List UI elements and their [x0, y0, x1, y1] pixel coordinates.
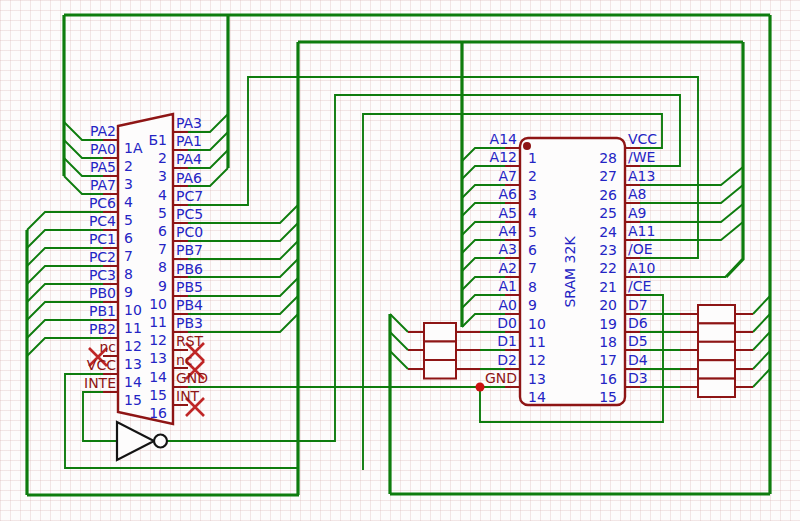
pin-number: 20	[599, 297, 617, 313]
pin-number: 3	[124, 176, 133, 192]
pin-number: 7	[124, 248, 133, 264]
pin-label: D4	[628, 352, 648, 368]
pin-label: RST	[176, 333, 204, 349]
resistor-d3[interactable]	[698, 379, 735, 397]
resistor-network-right[interactable]	[680, 305, 753, 397]
pin-label: PC7	[176, 188, 203, 204]
pin-number: 25	[599, 205, 617, 221]
pin-label: INT	[176, 388, 200, 404]
net-pb4[interactable]	[188, 296, 298, 314]
pin-label: D3	[628, 370, 648, 386]
net-pc0[interactable]	[188, 223, 298, 241]
pin-label: nc	[99, 339, 116, 355]
pin-label: PA4	[176, 151, 202, 167]
pin-number: Б1	[148, 132, 167, 148]
pin-label: A8	[628, 186, 646, 202]
pin-label: A5	[499, 205, 517, 221]
pin-label: PA6	[176, 170, 202, 186]
pin-label: PB5	[176, 279, 203, 295]
bus-a-right[interactable]	[726, 42, 743, 277]
pin-label: A14	[490, 131, 517, 147]
pin-number: 24	[599, 224, 617, 240]
pin-number: 26	[599, 187, 617, 203]
resistor-d7[interactable]	[698, 305, 735, 323]
net-pb3[interactable]	[188, 314, 298, 332]
pin-number: 10	[149, 296, 167, 312]
resistor-d4[interactable]	[698, 360, 735, 378]
pin-number: 10	[528, 316, 546, 332]
pin-number: 14	[149, 369, 167, 385]
sram-pin1-dot	[523, 142, 531, 150]
pin-label: PC4	[89, 213, 116, 229]
pin-number: 16	[149, 405, 167, 421]
net-pb2[interactable]	[27, 338, 103, 356]
pin-number: 9	[124, 284, 133, 300]
pin-number: 11	[528, 334, 546, 350]
resistor-d0[interactable]	[424, 323, 456, 342]
pin-label: D1	[497, 333, 517, 349]
resistor-d6[interactable]	[698, 323, 735, 341]
net-pb7[interactable]	[188, 241, 298, 259]
pin-number: 12	[528, 352, 546, 368]
pin-number: 4	[528, 205, 537, 221]
pin-number: 6	[124, 230, 133, 246]
pin-label: PA0	[90, 141, 116, 157]
pin-label: PB3	[176, 315, 203, 331]
pin-number: 4	[124, 194, 133, 210]
pin-number: 16	[599, 371, 617, 387]
pin-label: A0	[499, 297, 517, 313]
pin-label: /WE	[628, 149, 655, 165]
pin-number: 11	[149, 314, 167, 330]
pin-number: 21	[599, 279, 617, 295]
junction-dot-gnd	[476, 383, 485, 392]
pin-number: 15	[149, 387, 167, 403]
net-pb5[interactable]	[188, 278, 298, 296]
pin-number: 18	[599, 334, 617, 350]
pin-label: PC1	[89, 231, 116, 247]
pin-label: /CE	[628, 278, 651, 294]
pin-number: 14	[124, 374, 142, 390]
schematic-canvas: SRAM 32K PA21APA02PA53PA74PC65PC46PC17PC…	[0, 0, 800, 521]
pin-number: 28	[599, 150, 617, 166]
pin-label: PB0	[89, 285, 116, 301]
pin-label: nc	[176, 352, 193, 368]
pin-number: 1	[528, 150, 537, 166]
pin-label: PC2	[89, 249, 116, 265]
pin-label: D6	[628, 315, 648, 331]
resistor-d5[interactable]	[698, 342, 735, 360]
resistor-d1[interactable]	[424, 342, 456, 361]
net-pb6[interactable]	[188, 259, 298, 277]
pin-label: INTE	[84, 375, 116, 391]
pin-number: 13	[124, 356, 142, 372]
pin-label: PB2	[89, 321, 116, 337]
pin-number: 23	[599, 242, 617, 258]
pin-number: 8	[528, 279, 537, 295]
pin-label: A9	[628, 205, 646, 221]
pin-number: 5	[158, 205, 167, 221]
net-inte-inverter-in[interactable]	[83, 392, 117, 441]
pin-label: PC3	[89, 267, 116, 283]
pin-label: PB4	[176, 297, 203, 313]
resistor-d2[interactable]	[424, 360, 456, 379]
inverter-triangle[interactable]	[117, 422, 154, 460]
pin-label: A3	[499, 241, 517, 257]
pin-number: 15	[124, 392, 142, 408]
pin-number: 14	[528, 389, 546, 405]
schematic-drawing: SRAM 32K PA21APA02PA53PA74PC65PC46PC17PC…	[0, 0, 800, 521]
pin-label: D0	[497, 315, 517, 331]
pin-label: D2	[497, 352, 517, 368]
pin-number: 8	[158, 259, 167, 275]
pin-label: PB1	[89, 303, 116, 319]
pin-label: VCC	[87, 357, 116, 373]
inverter-gate[interactable]	[117, 422, 167, 460]
pin-label: D5	[628, 333, 648, 349]
pin-number: 12	[149, 332, 167, 348]
pin-number: 13	[149, 350, 167, 366]
pin-label: A13	[628, 168, 655, 184]
net-pc5[interactable]	[188, 205, 298, 223]
pin-label: A6	[499, 186, 518, 202]
pin-label: PA5	[90, 159, 116, 175]
pin-number: 7	[158, 241, 167, 257]
resistor-network-left[interactable]	[408, 323, 480, 379]
pin-label: PB6	[176, 261, 203, 277]
